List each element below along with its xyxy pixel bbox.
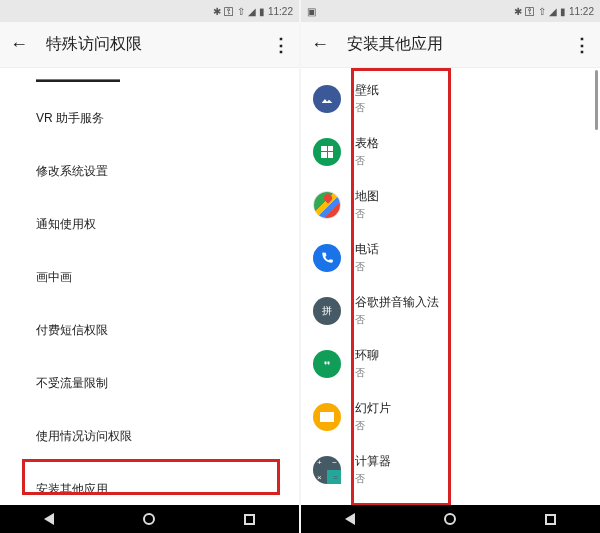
list-item[interactable]: 通知使用权 bbox=[0, 198, 299, 251]
wifi-icon: ⇧ bbox=[538, 6, 546, 17]
app-row[interactable]: 电话否 bbox=[301, 231, 600, 284]
page-title: 安装其他应用 bbox=[347, 34, 573, 55]
settings-list[interactable]: ▬▬▬▬▬▬▬ VR 助手服务 修改系统设置 通知使用权 画中画 付费短信权限 … bbox=[0, 68, 299, 505]
slides-icon bbox=[313, 403, 341, 431]
list-item[interactable]: 修改系统设置 bbox=[0, 145, 299, 198]
key-icon: ⚿ bbox=[525, 6, 535, 17]
permission-status: 否 bbox=[355, 101, 379, 115]
app-row[interactable]: + − × = 计算器否 bbox=[301, 443, 600, 496]
app-name: 地图 bbox=[355, 188, 379, 205]
clock: 11:22 bbox=[569, 6, 594, 17]
app-row[interactable]: 幻灯片否 bbox=[301, 390, 600, 443]
app-name: 环聊 bbox=[355, 347, 379, 364]
nav-home-button[interactable] bbox=[444, 513, 456, 525]
sheets-icon bbox=[313, 138, 341, 166]
list-item[interactable]: 付费短信权限 bbox=[0, 304, 299, 357]
hangouts-icon bbox=[313, 350, 341, 378]
calculator-icon: + − × = bbox=[313, 456, 341, 484]
nav-recent-button[interactable] bbox=[244, 514, 255, 525]
app-row[interactable]: 环聊否 bbox=[301, 337, 600, 390]
scroll-indicator bbox=[595, 70, 598, 130]
app-row[interactable]: 壁纸否 bbox=[301, 72, 600, 125]
app-name: 幻灯片 bbox=[355, 400, 391, 417]
clock: 11:22 bbox=[268, 6, 293, 17]
maps-icon bbox=[313, 191, 341, 219]
permission-status: 否 bbox=[355, 207, 379, 221]
list-item[interactable]: VR 助手服务 bbox=[0, 92, 299, 145]
list-item[interactable]: 使用情况访问权限 bbox=[0, 410, 299, 463]
back-button[interactable]: ← bbox=[311, 34, 329, 55]
signal-icon: ◢ bbox=[248, 6, 256, 17]
back-button[interactable]: ← bbox=[10, 34, 28, 55]
nav-bar bbox=[301, 505, 600, 533]
permission-status: 否 bbox=[355, 366, 379, 380]
permission-status: 否 bbox=[355, 260, 379, 274]
key-icon: ⚿ bbox=[224, 6, 234, 17]
wifi-icon: ⇧ bbox=[237, 6, 245, 17]
nav-back-button[interactable] bbox=[345, 513, 355, 525]
permission-status: 否 bbox=[355, 154, 379, 168]
battery-icon: ▮ bbox=[560, 6, 566, 17]
overflow-menu-button[interactable]: ⋮ bbox=[573, 34, 590, 56]
screenshot-icon: ▣ bbox=[307, 6, 316, 17]
status-bar: ▣ ✱ ⚿ ⇧ ◢ ▮ 11:22 bbox=[301, 0, 600, 22]
app-name: 计算器 bbox=[355, 453, 391, 470]
page-title: 特殊访问权限 bbox=[46, 34, 272, 55]
app-bar: ← 特殊访问权限 ⋮ bbox=[0, 22, 299, 68]
list-item-install-apps[interactable]: 安装其他应用 bbox=[0, 463, 299, 505]
app-name: 电话 bbox=[355, 241, 379, 258]
nav-home-button[interactable] bbox=[143, 513, 155, 525]
nav-back-button[interactable] bbox=[44, 513, 54, 525]
wallpaper-icon bbox=[313, 85, 341, 113]
phone-icon bbox=[313, 244, 341, 272]
list-item[interactable]: ▬▬▬▬▬▬▬ bbox=[0, 72, 299, 92]
permission-status: 否 bbox=[355, 472, 391, 486]
list-item[interactable]: 画中画 bbox=[0, 251, 299, 304]
permission-status: 否 bbox=[355, 313, 439, 327]
bluetooth-icon: ✱ bbox=[514, 6, 522, 17]
app-name: 壁纸 bbox=[355, 82, 379, 99]
app-row[interactable]: 地图否 bbox=[301, 178, 600, 231]
bluetooth-icon: ✱ bbox=[213, 6, 221, 17]
status-bar: ✱ ⚿ ⇧ ◢ ▮ 11:22 bbox=[0, 0, 299, 22]
nav-recent-button[interactable] bbox=[545, 514, 556, 525]
signal-icon: ◢ bbox=[549, 6, 557, 17]
phone-right: ▣ ✱ ⚿ ⇧ ◢ ▮ 11:22 ← 安装其他应用 ⋮ 壁纸否 表格否 地图否 bbox=[301, 0, 600, 533]
list-item[interactable]: 不受流量限制 bbox=[0, 357, 299, 410]
overflow-menu-button[interactable]: ⋮ bbox=[272, 34, 289, 56]
app-bar: ← 安装其他应用 ⋮ bbox=[301, 22, 600, 68]
permission-status: 否 bbox=[355, 419, 391, 433]
pinyin-icon: 拼 bbox=[313, 297, 341, 325]
app-row[interactable]: 拼 谷歌拼音输入法否 bbox=[301, 284, 600, 337]
app-name: 谷歌拼音输入法 bbox=[355, 294, 439, 311]
nav-bar bbox=[0, 505, 299, 533]
app-list[interactable]: 壁纸否 表格否 地图否 电话否 拼 谷歌拼音输入法否 环聊否 幻灯片否 bbox=[301, 68, 600, 505]
app-name: 表格 bbox=[355, 135, 379, 152]
phone-left: ✱ ⚿ ⇧ ◢ ▮ 11:22 ← 特殊访问权限 ⋮ ▬▬▬▬▬▬▬ VR 助手… bbox=[0, 0, 299, 533]
app-row[interactable]: 表格否 bbox=[301, 125, 600, 178]
battery-icon: ▮ bbox=[259, 6, 265, 17]
